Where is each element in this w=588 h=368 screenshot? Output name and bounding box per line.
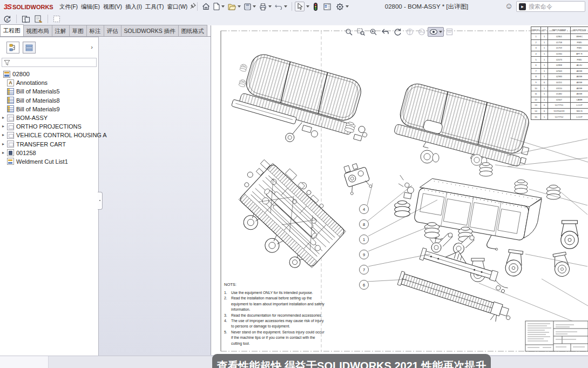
bom-row: 3101759FWD <box>531 45 588 51</box>
menu-item[interactable]: 编辑(E) <box>79 0 102 13</box>
menu-item[interactable]: 窗口(W) <box>165 0 189 13</box>
command-tab[interactable]: 草图 <box>69 25 87 36</box>
pane-list-button[interactable] <box>323 3 331 10</box>
undo-button[interactable] <box>275 3 287 10</box>
zoom-fit-icon[interactable] <box>345 28 353 36</box>
solidworks-logo: 3S SOLIDWORKS <box>4 3 53 11</box>
expand-arrow[interactable]: ▸ <box>2 122 7 131</box>
title-bar: 3S SOLIDWORKS 文件(F)编辑(E)视图(V)插入(I)工具(T)窗… <box>0 0 588 13</box>
home-button[interactable] <box>202 3 210 10</box>
tree-item[interactable]: ▸ BOM-ASSY <box>0 113 99 122</box>
rotate-view-icon[interactable] <box>394 28 402 36</box>
graphics-area[interactable]: 4 8 1 9 7 6 <box>99 25 588 356</box>
tree-item[interactable]: Bill of Materials5 <box>0 87 99 96</box>
new-document-button[interactable] <box>213 3 225 10</box>
feature-tree-tab[interactable] <box>6 42 19 53</box>
settings-gear-button[interactable] <box>336 3 349 11</box>
logo-mark: 3S <box>4 3 11 11</box>
tree-item-label: BOM-ASSY <box>16 115 48 121</box>
save-button[interactable] <box>244 3 256 10</box>
sheet-properties-icon[interactable] <box>35 15 43 23</box>
svg-text:A: A <box>6 17 9 21</box>
menu-item[interactable]: 工具(T) <box>144 0 165 13</box>
part-airspring-1[interactable] <box>395 200 410 217</box>
drawing-notes[interactable]: NOTS: 1.Use the equipment ONLY for its i… <box>224 282 325 346</box>
notes-title: NOTS: <box>224 282 325 287</box>
tree-item-label: Bill of Materials9 <box>16 106 60 112</box>
tree-item[interactable]: Annotations <box>0 78 99 87</box>
part-airspring-4[interactable] <box>479 163 492 176</box>
tree-item-icon <box>7 115 14 122</box>
expand-arrow[interactable]: ▸ <box>2 131 7 139</box>
display-pane-tab[interactable] <box>23 42 36 53</box>
tree-item[interactable]: ▸ VEHICLE CONTROL HOUSING A <box>0 131 99 139</box>
select-cursor-button[interactable] <box>295 2 305 11</box>
file-properties-icon[interactable] <box>22 15 30 23</box>
title-block <box>525 321 588 351</box>
tree-item[interactable]: 02800 <box>0 70 99 78</box>
panel-splitter-handle[interactable] <box>98 192 103 210</box>
command-tab[interactable]: SOLIDWORKS 插件 <box>121 25 179 36</box>
tree-item[interactable]: Weldment Cut List1 <box>0 157 99 166</box>
zoom-area-icon[interactable] <box>357 28 365 36</box>
display-style-button[interactable] <box>428 27 444 37</box>
feedback-smiley-icon[interactable]: ☺ <box>505 1 513 10</box>
previous-view-icon[interactable] <box>381 28 389 35</box>
part-airspring-2[interactable] <box>424 223 440 238</box>
search-icon: ▸ <box>519 3 526 10</box>
tree-item[interactable]: ▸ 001258 <box>0 149 99 157</box>
rebuild-icon[interactable]: A <box>3 15 11 23</box>
tree-item-icon <box>7 149 14 156</box>
svg-text:8: 8 <box>363 222 365 227</box>
view-chassis[interactable] <box>218 150 350 280</box>
sheet-settings-icon-disabled[interactable] <box>446 28 453 36</box>
expand-arrow[interactable]: ▸ <box>2 113 7 122</box>
view-cover-front[interactable] <box>224 49 380 162</box>
menu-item[interactable]: 视图(V) <box>102 0 124 13</box>
part-roller-1[interactable] <box>421 150 439 163</box>
part-bracket[interactable] <box>342 160 373 195</box>
bom-row: 8102983ASSE <box>531 74 588 80</box>
svg-text:1: 1 <box>363 237 365 242</box>
drawing-linework: 4 8 1 9 7 6 <box>99 25 588 356</box>
bom-row: 1365177751LOOP <box>531 103 588 109</box>
part-airspring-5[interactable] <box>515 180 528 193</box>
tree-item[interactable]: Bill of Materials9 <box>0 105 99 113</box>
bom-row: 12102007CAME <box>531 97 588 103</box>
menu-item[interactable]: 文件(F) <box>58 0 79 13</box>
expand-arrow[interactable]: ▸ <box>2 140 7 149</box>
zoom-icon[interactable] <box>369 28 377 36</box>
command-search[interactable]: ▸ 搜索命令 <box>516 1 585 12</box>
bom-row: 146922954239SHCS <box>531 108 588 114</box>
expand-arrow[interactable]: ▸ <box>2 149 7 157</box>
bom-row: 1102801VEHIC <box>531 34 588 40</box>
command-tab[interactable]: 标注 <box>86 25 104 36</box>
command-tab[interactable]: 评估 <box>104 25 121 36</box>
bom-row: 11101482ASSE <box>531 91 588 97</box>
command-tab[interactable]: 注解 <box>52 25 70 36</box>
section-view-icon-disabled[interactable] <box>406 28 414 36</box>
part-caster-4[interactable] <box>552 252 570 278</box>
print-button[interactable] <box>259 3 272 10</box>
tree-item-label: TRANSFER CART <box>16 141 66 148</box>
command-tab[interactable]: 视图布局 <box>23 25 52 36</box>
solidworks-window: 3S SOLIDWORKS 文件(F)编辑(E)视图(V)插入(I)工具(T)窗… <box>0 0 588 368</box>
menu-item[interactable]: 插入(I) <box>124 0 144 13</box>
bom-table[interactable]: ITEM NO. QTY. PART NUMBER DESCRIPTION 11… <box>531 26 588 120</box>
main-toolbar <box>194 0 350 13</box>
open-button[interactable] <box>228 3 241 10</box>
command-tab[interactable]: 工程图 <box>0 24 24 36</box>
view-cover-rear[interactable] <box>393 81 538 173</box>
part-caster-3[interactable] <box>561 220 578 249</box>
traffic-light-icon[interactable] <box>314 3 317 11</box>
view-orientation-icon-disabled[interactable] <box>418 28 425 36</box>
panel-expand-chevron[interactable]: › <box>91 44 93 50</box>
tree-item[interactable]: ▸ TRANSFER CART <box>0 140 99 149</box>
tree-item[interactable]: ▸ ORTHO PROJECTIONS <box>0 122 99 131</box>
empty-sheet-icon[interactable] <box>53 15 60 23</box>
tree-item-icon <box>7 123 14 130</box>
tree-item[interactable]: Bill of Materials8 <box>0 96 99 105</box>
command-tab[interactable]: 图纸格式 <box>178 25 207 36</box>
tree-filter[interactable] <box>2 58 97 67</box>
part-caster-2[interactable] <box>504 249 524 277</box>
